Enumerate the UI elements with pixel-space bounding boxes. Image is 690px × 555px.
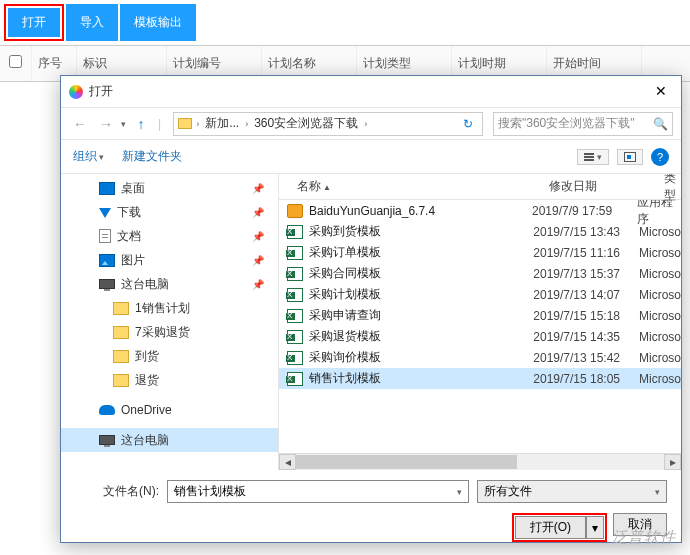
- sidebar-item[interactable]: 1销售计划: [61, 296, 278, 320]
- file-row[interactable]: 采购退货模板2019/7/15 14:35Microso: [279, 326, 681, 347]
- open-file-dialog: 打开 ✕ ← → ▾ ↑ | › 新加... › 360安全浏览器下载 › ↻ …: [60, 75, 682, 543]
- xls-file-icon: [287, 309, 303, 323]
- crumb-seg-2[interactable]: 360安全浏览器下载: [252, 115, 360, 132]
- filetype-filter[interactable]: 所有文件▾: [477, 480, 667, 503]
- open-button[interactable]: 打开: [8, 8, 60, 37]
- preview-pane-button[interactable]: [617, 149, 643, 165]
- dialog-title: 打开: [89, 83, 649, 100]
- file-list-header: 名称▲ 修改日期 类型: [279, 174, 681, 200]
- pin-icon: 📌: [252, 183, 264, 194]
- new-folder-button[interactable]: 新建文件夹: [122, 148, 182, 165]
- help-icon[interactable]: ?: [651, 148, 669, 166]
- file-row[interactable]: 采购订单模板2019/7/15 11:16Microso: [279, 242, 681, 263]
- filename-label: 文件名(N):: [75, 483, 159, 500]
- sidebar-item[interactable]: 这台电脑: [61, 428, 278, 452]
- sidebar-item[interactable]: 文档📌: [61, 224, 278, 248]
- search-icon: 🔍: [653, 117, 668, 131]
- view-mode-button[interactable]: ▾: [577, 149, 609, 165]
- xls-file-icon: [287, 225, 303, 239]
- dialog-app-icon: [69, 85, 83, 99]
- search-input[interactable]: 搜索"360安全浏览器下载" 🔍: [493, 112, 673, 136]
- xls-file-icon: [287, 351, 303, 365]
- template-export-button[interactable]: 模板输出: [120, 4, 196, 41]
- sidebar-item[interactable]: 下载📌: [61, 200, 278, 224]
- refresh-icon[interactable]: ↻: [458, 117, 478, 131]
- import-button[interactable]: 导入: [66, 4, 118, 41]
- desktop-icon: [99, 182, 115, 195]
- scroll-thumb[interactable]: [296, 455, 517, 469]
- sidebar-item[interactable]: 这台电脑📌: [61, 272, 278, 296]
- sidebar: 桌面📌下载📌文档📌图片📌这台电脑📌1销售计划7采购退货到货退货OneDrive这…: [61, 174, 279, 470]
- file-row[interactable]: 采购到货模板2019/7/15 13:43Microso: [279, 221, 681, 242]
- file-list: BaiduYunGuanjia_6.7.42019/7/9 17:59应用程序采…: [279, 200, 681, 453]
- doc-icon: [99, 229, 111, 243]
- pin-icon: 📌: [252, 255, 264, 266]
- sidebar-item[interactable]: 7采购退货: [61, 320, 278, 344]
- folder-icon: [113, 374, 129, 387]
- sidebar-item[interactable]: OneDrive: [61, 398, 278, 422]
- down-icon: [99, 208, 111, 218]
- nav-history-dropdown[interactable]: ▾: [121, 119, 126, 129]
- sidebar-item[interactable]: 到货: [61, 344, 278, 368]
- xls-file-icon: [287, 372, 303, 386]
- sidebar-item[interactable]: 桌面📌: [61, 176, 278, 200]
- horizontal-scrollbar[interactable]: ◂ ▸: [279, 453, 681, 470]
- cloud-icon: [99, 405, 115, 415]
- select-all-checkbox[interactable]: [9, 55, 22, 68]
- app-file-icon: [287, 204, 303, 218]
- pin-icon: 📌: [252, 207, 264, 218]
- folder-icon: [113, 350, 129, 363]
- folder-icon: [113, 302, 129, 315]
- pic-icon: [99, 254, 115, 267]
- header-name[interactable]: 名称▲: [279, 178, 549, 195]
- file-row[interactable]: 采购询价模板2019/7/13 15:42Microso: [279, 347, 681, 368]
- xls-file-icon: [287, 246, 303, 260]
- breadcrumb[interactable]: › 新加... › 360安全浏览器下载 › ↻: [173, 112, 483, 136]
- dialog-open-button[interactable]: 打开(O): [515, 516, 586, 539]
- xls-file-icon: [287, 267, 303, 281]
- header-date[interactable]: 修改日期: [549, 178, 664, 195]
- nav-up-button[interactable]: ↑: [130, 113, 152, 135]
- file-row[interactable]: 销售计划模板2019/7/15 18:05Microso: [279, 368, 681, 389]
- pin-icon: 📌: [252, 231, 264, 242]
- pc-icon: [99, 435, 115, 445]
- sidebar-item[interactable]: 图片📌: [61, 248, 278, 272]
- folder-icon: [113, 326, 129, 339]
- organize-menu[interactable]: 组织 ▾: [73, 148, 104, 165]
- watermark: 泛普软件: [612, 528, 676, 547]
- dialog-open-dropdown[interactable]: ▾: [586, 516, 604, 539]
- file-row[interactable]: 采购申请查询2019/7/15 15:18Microso: [279, 305, 681, 326]
- file-row[interactable]: 采购合同模板2019/7/13 15:37Microso: [279, 263, 681, 284]
- sidebar-item[interactable]: 退货: [61, 368, 278, 392]
- pin-icon: 📌: [252, 279, 264, 290]
- xls-file-icon: [287, 330, 303, 344]
- scroll-right-icon[interactable]: ▸: [664, 454, 681, 470]
- crumb-seg-1[interactable]: 新加...: [203, 115, 241, 132]
- scroll-left-icon[interactable]: ◂: [279, 454, 296, 470]
- nav-forward-button[interactable]: →: [95, 113, 117, 135]
- nav-back-button[interactable]: ←: [69, 113, 91, 135]
- file-row[interactable]: 采购计划模板2019/7/13 14:07Microso: [279, 284, 681, 305]
- close-icon[interactable]: ✕: [649, 80, 673, 104]
- file-row[interactable]: BaiduYunGuanjia_6.7.42019/7/9 17:59应用程序: [279, 200, 681, 221]
- pc-icon: [99, 279, 115, 289]
- filename-input[interactable]: 销售计划模板▾: [167, 480, 469, 503]
- folder-icon: [178, 118, 192, 129]
- xls-file-icon: [287, 288, 303, 302]
